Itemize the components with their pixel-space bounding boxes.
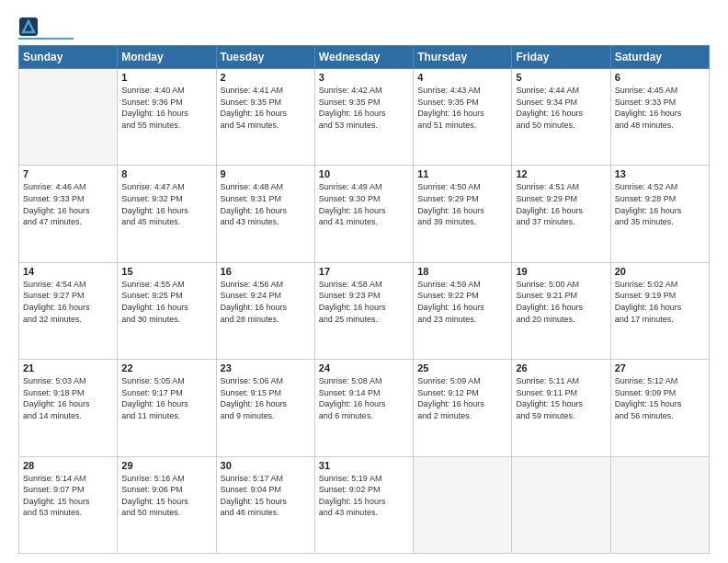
day-number: 24 <box>319 362 409 373</box>
day-number: 26 <box>516 362 606 373</box>
day-info: Sunrise: 5:00 AM Sunset: 9:21 PM Dayligh… <box>516 279 606 325</box>
day-number: 17 <box>319 266 409 277</box>
calendar-cell: 5Sunrise: 4:44 AM Sunset: 9:34 PM Daylig… <box>512 69 610 166</box>
day-info: Sunrise: 5:12 AM Sunset: 9:09 PM Dayligh… <box>615 375 705 421</box>
day-number: 20 <box>615 266 705 277</box>
day-info: Sunrise: 4:56 AM Sunset: 9:24 PM Dayligh… <box>221 279 311 325</box>
logo <box>18 17 74 40</box>
page: SundayMondayTuesdayWednesdayThursdayFrid… <box>0 0 728 563</box>
calendar-cell: 7Sunrise: 4:46 AM Sunset: 9:33 PM Daylig… <box>19 166 118 262</box>
calendar-cell: 13Sunrise: 4:52 AM Sunset: 9:28 PM Dayli… <box>610 166 709 262</box>
day-info: Sunrise: 4:48 AM Sunset: 9:31 PM Dayligh… <box>221 181 311 227</box>
day-info: Sunrise: 4:47 AM Sunset: 9:32 PM Dayligh… <box>121 181 211 227</box>
calendar-cell: 15Sunrise: 4:55 AM Sunset: 9:25 PM Dayli… <box>118 262 216 359</box>
day-number: 10 <box>319 168 409 179</box>
calendar-cell: 6Sunrise: 4:45 AM Sunset: 9:33 PM Daylig… <box>610 69 709 166</box>
day-info: Sunrise: 4:41 AM Sunset: 9:35 PM Dayligh… <box>221 85 311 131</box>
day-info: Sunrise: 4:58 AM Sunset: 9:23 PM Dayligh… <box>319 279 409 325</box>
calendar-cell: 23Sunrise: 5:06 AM Sunset: 9:15 PM Dayli… <box>216 360 314 456</box>
calendar-cell: 3Sunrise: 4:42 AM Sunset: 9:35 PM Daylig… <box>314 69 413 166</box>
calendar-cell: 22Sunrise: 5:05 AM Sunset: 9:17 PM Dayli… <box>118 360 216 456</box>
day-number: 12 <box>516 168 606 179</box>
calendar-cell: 8Sunrise: 4:47 AM Sunset: 9:32 PM Daylig… <box>118 166 216 262</box>
day-info: Sunrise: 5:11 AM Sunset: 9:11 PM Dayligh… <box>516 375 606 421</box>
weekday-header-saturday: Saturday <box>610 46 709 69</box>
day-number: 15 <box>121 266 211 277</box>
day-info: Sunrise: 5:16 AM Sunset: 9:06 PM Dayligh… <box>121 473 211 519</box>
calendar-cell: 10Sunrise: 4:49 AM Sunset: 9:30 PM Dayli… <box>314 166 413 262</box>
day-info: Sunrise: 5:06 AM Sunset: 9:15 PM Dayligh… <box>221 375 311 421</box>
logo-icon <box>18 17 39 37</box>
day-info: Sunrise: 5:19 AM Sunset: 9:02 PM Dayligh… <box>319 473 409 519</box>
day-info: Sunrise: 5:08 AM Sunset: 9:14 PM Dayligh… <box>319 375 409 421</box>
calendar-cell: 21Sunrise: 5:03 AM Sunset: 9:18 PM Dayli… <box>19 360 118 456</box>
day-info: Sunrise: 4:50 AM Sunset: 9:29 PM Dayligh… <box>417 181 507 227</box>
calendar-cell: 20Sunrise: 5:02 AM Sunset: 9:19 PM Dayli… <box>610 262 709 359</box>
calendar-cell: 12Sunrise: 4:51 AM Sunset: 9:29 PM Dayli… <box>512 166 610 262</box>
day-info: Sunrise: 4:55 AM Sunset: 9:25 PM Dayligh… <box>121 279 211 325</box>
day-info: Sunrise: 4:52 AM Sunset: 9:28 PM Dayligh… <box>615 181 705 227</box>
calendar-cell: 9Sunrise: 4:48 AM Sunset: 9:31 PM Daylig… <box>216 166 314 262</box>
calendar-table: SundayMondayTuesdayWednesdayThursdayFrid… <box>18 45 710 554</box>
calendar-cell: 26Sunrise: 5:11 AM Sunset: 9:11 PM Dayli… <box>512 360 610 456</box>
day-number: 5 <box>516 72 606 83</box>
calendar-cell: 18Sunrise: 4:59 AM Sunset: 9:22 PM Dayli… <box>414 262 512 359</box>
day-info: Sunrise: 5:05 AM Sunset: 9:17 PM Dayligh… <box>121 375 211 421</box>
day-info: Sunrise: 4:54 AM Sunset: 9:27 PM Dayligh… <box>23 279 113 325</box>
calendar-cell: 29Sunrise: 5:16 AM Sunset: 9:06 PM Dayli… <box>118 456 216 553</box>
day-info: Sunrise: 4:42 AM Sunset: 9:35 PM Dayligh… <box>319 85 409 131</box>
calendar-week-1: 1Sunrise: 4:40 AM Sunset: 9:36 PM Daylig… <box>19 69 710 166</box>
day-number: 3 <box>319 72 409 83</box>
weekday-header-friday: Friday <box>512 46 610 69</box>
day-number: 9 <box>221 168 311 179</box>
header <box>18 17 710 40</box>
weekday-header-wednesday: Wednesday <box>314 46 413 69</box>
day-number: 29 <box>121 460 211 471</box>
day-number: 2 <box>221 72 311 83</box>
calendar-cell: 16Sunrise: 4:56 AM Sunset: 9:24 PM Dayli… <box>216 262 314 359</box>
calendar-cell: 24Sunrise: 5:08 AM Sunset: 9:14 PM Dayli… <box>314 360 413 456</box>
day-number: 13 <box>615 168 705 179</box>
day-number: 19 <box>516 266 606 277</box>
day-number: 23 <box>221 362 311 373</box>
calendar-cell <box>512 456 610 553</box>
calendar-week-2: 7Sunrise: 4:46 AM Sunset: 9:33 PM Daylig… <box>19 166 710 262</box>
day-number: 28 <box>23 460 113 471</box>
calendar-cell: 14Sunrise: 4:54 AM Sunset: 9:27 PM Dayli… <box>19 262 118 359</box>
calendar-cell: 25Sunrise: 5:09 AM Sunset: 9:12 PM Dayli… <box>414 360 512 456</box>
calendar-cell: 31Sunrise: 5:19 AM Sunset: 9:02 PM Dayli… <box>314 456 413 553</box>
day-info: Sunrise: 4:59 AM Sunset: 9:22 PM Dayligh… <box>417 279 507 325</box>
weekday-header-sunday: Sunday <box>19 46 118 69</box>
day-number: 1 <box>121 72 211 83</box>
day-info: Sunrise: 4:49 AM Sunset: 9:30 PM Dayligh… <box>319 181 409 227</box>
day-info: Sunrise: 4:51 AM Sunset: 9:29 PM Dayligh… <box>516 181 606 227</box>
weekday-header-thursday: Thursday <box>414 46 512 69</box>
calendar-cell: 1Sunrise: 4:40 AM Sunset: 9:36 PM Daylig… <box>118 69 216 166</box>
day-number: 25 <box>417 362 507 373</box>
day-number: 16 <box>221 266 311 277</box>
weekday-header-tuesday: Tuesday <box>216 46 314 69</box>
day-info: Sunrise: 5:09 AM Sunset: 9:12 PM Dayligh… <box>417 375 507 421</box>
day-number: 22 <box>121 362 211 373</box>
day-info: Sunrise: 5:03 AM Sunset: 9:18 PM Dayligh… <box>23 375 113 421</box>
calendar-cell: 2Sunrise: 4:41 AM Sunset: 9:35 PM Daylig… <box>216 69 314 166</box>
day-info: Sunrise: 4:44 AM Sunset: 9:34 PM Dayligh… <box>516 85 606 131</box>
calendar-cell: 27Sunrise: 5:12 AM Sunset: 9:09 PM Dayli… <box>610 360 709 456</box>
day-number: 14 <box>23 266 113 277</box>
calendar-cell: 19Sunrise: 5:00 AM Sunset: 9:21 PM Dayli… <box>512 262 610 359</box>
day-info: Sunrise: 4:45 AM Sunset: 9:33 PM Dayligh… <box>615 85 705 131</box>
day-info: Sunrise: 4:40 AM Sunset: 9:36 PM Dayligh… <box>121 85 211 131</box>
day-number: 21 <box>23 362 113 373</box>
calendar-week-3: 14Sunrise: 4:54 AM Sunset: 9:27 PM Dayli… <box>19 262 710 359</box>
day-number: 4 <box>417 72 507 83</box>
day-info: Sunrise: 5:14 AM Sunset: 9:07 PM Dayligh… <box>23 473 113 519</box>
day-info: Sunrise: 5:02 AM Sunset: 9:19 PM Dayligh… <box>615 279 705 325</box>
day-number: 18 <box>417 266 507 277</box>
calendar-header-row: SundayMondayTuesdayWednesdayThursdayFrid… <box>19 46 710 69</box>
day-info: Sunrise: 5:17 AM Sunset: 9:04 PM Dayligh… <box>221 473 311 519</box>
day-info: Sunrise: 4:43 AM Sunset: 9:35 PM Dayligh… <box>417 85 507 131</box>
logo-divider <box>18 38 74 40</box>
day-number: 8 <box>121 168 211 179</box>
day-number: 31 <box>319 460 409 471</box>
calendar-cell: 28Sunrise: 5:14 AM Sunset: 9:07 PM Dayli… <box>19 456 118 553</box>
